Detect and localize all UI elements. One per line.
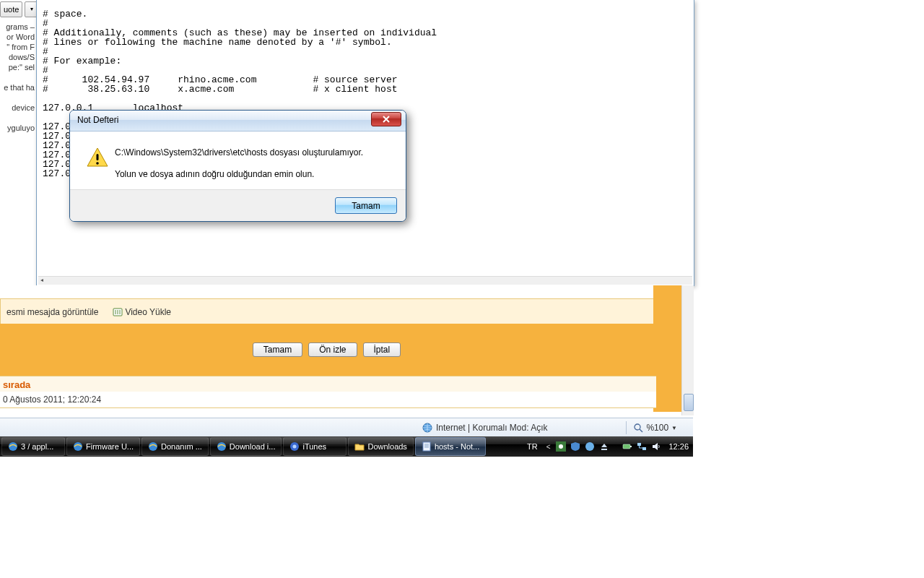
ie-icon xyxy=(73,441,83,452)
svg-point-1 xyxy=(96,162,99,165)
taskbar-item[interactable]: Download i... xyxy=(210,437,282,456)
tray-volume-icon[interactable] xyxy=(651,441,661,452)
ie-icon xyxy=(8,441,18,452)
forum-submit-bar: Tamam Ön izle İptal xyxy=(0,324,653,376)
warning-icon xyxy=(80,142,115,189)
view-in-message-link[interactable]: esmi mesajda görüntüle xyxy=(6,307,98,317)
svg-line-5 xyxy=(640,429,642,432)
dialog-titlebar[interactable]: Not Defteri xyxy=(70,111,406,131)
tray-eject-icon[interactable] xyxy=(599,441,609,452)
ie-icon xyxy=(148,441,158,452)
tray-network-icon[interactable] xyxy=(637,441,647,452)
taskbar-item[interactable]: Donanım ... xyxy=(141,437,209,456)
svg-point-11 xyxy=(293,445,297,449)
taskbar-item[interactable]: Downloads xyxy=(348,437,413,456)
notepad-horizontal-scrollbar[interactable]: ◂ xyxy=(38,276,692,285)
browser-vertical-scrollbar[interactable] xyxy=(681,285,694,415)
svg-rect-12 xyxy=(423,442,430,451)
forum-attachment-bar: esmi mesajda görüntüle Video Yükle xyxy=(0,298,655,325)
svg-rect-19 xyxy=(623,444,630,449)
internet-zone-icon xyxy=(422,423,432,433)
ie-zoom-control[interactable]: %100 ▼ xyxy=(622,421,677,434)
itunes-icon xyxy=(289,441,300,452)
quote-button[interactable]: uote xyxy=(0,1,22,17)
forum-section-header: sırada xyxy=(0,376,656,393)
dialog-close-button[interactable] xyxy=(371,112,401,126)
forum-submit-button[interactable]: Tamam xyxy=(253,342,302,357)
svg-rect-21 xyxy=(637,443,641,446)
close-icon xyxy=(383,116,390,123)
forum-cancel-button[interactable]: İptal xyxy=(363,342,401,357)
dialog-ok-button[interactable]: Tamam xyxy=(335,197,397,214)
taskbar-clock[interactable]: 12:26 xyxy=(668,442,689,451)
taskbar-item[interactable]: iTunes xyxy=(283,437,346,456)
ie-status-bar: Internet | Korumalı Mod: Açık %100 ▼ xyxy=(0,418,693,437)
svg-point-17 xyxy=(559,444,563,449)
dialog-title: Not Defteri xyxy=(77,115,118,125)
svg-rect-0 xyxy=(97,154,99,160)
windows-taskbar: 3 / appl...Firmware U...Donanım ...Downl… xyxy=(0,436,693,457)
error-dialog: Not Defteri C:\Windows\System32\drivers\… xyxy=(69,110,406,222)
dialog-message: C:\Windows\System32\drivers\etc\hosts do… xyxy=(115,142,396,189)
system-tray: TR < 12:26 xyxy=(527,436,689,457)
folder-icon xyxy=(354,441,365,452)
ie-zone-text: Internet | Korumalı Mod: Açık xyxy=(436,423,548,433)
ie-icon xyxy=(217,441,227,452)
magnifier-icon xyxy=(634,423,643,433)
taskbar-item[interactable]: Firmware U... xyxy=(66,437,140,456)
tray-chevron-icon[interactable]: < xyxy=(546,443,551,451)
forum-preview-button[interactable]: Ön izle xyxy=(308,342,357,357)
taskbar-item[interactable]: hosts - Not... xyxy=(415,437,486,456)
taskbar-item[interactable]: 3 / appl... xyxy=(1,437,65,456)
svg-rect-20 xyxy=(630,446,632,447)
notepad-icon xyxy=(422,441,432,452)
left-cut-text: grams –or Word" from Fdows/Spe:" sel e t… xyxy=(0,22,35,133)
tray-shield-icon[interactable] xyxy=(570,441,580,452)
language-indicator[interactable]: TR xyxy=(527,442,538,451)
scroll-left-icon[interactable]: ◂ xyxy=(38,277,45,285)
tray-flag-icon[interactable] xyxy=(556,441,566,452)
scrollbar-thumb[interactable] xyxy=(684,394,694,411)
svg-point-18 xyxy=(585,442,594,451)
svg-point-4 xyxy=(635,424,640,430)
video-upload-icon xyxy=(113,307,123,317)
forum-spacer xyxy=(0,285,691,298)
tray-globe-icon[interactable] xyxy=(585,441,595,452)
tray-battery-icon[interactable] xyxy=(622,441,632,452)
video-upload-link[interactable]: Video Yükle xyxy=(113,307,171,317)
forum-timestamp-row: 0 Ağustos 2011; 12:20:24 xyxy=(0,392,656,408)
svg-rect-22 xyxy=(642,447,646,450)
